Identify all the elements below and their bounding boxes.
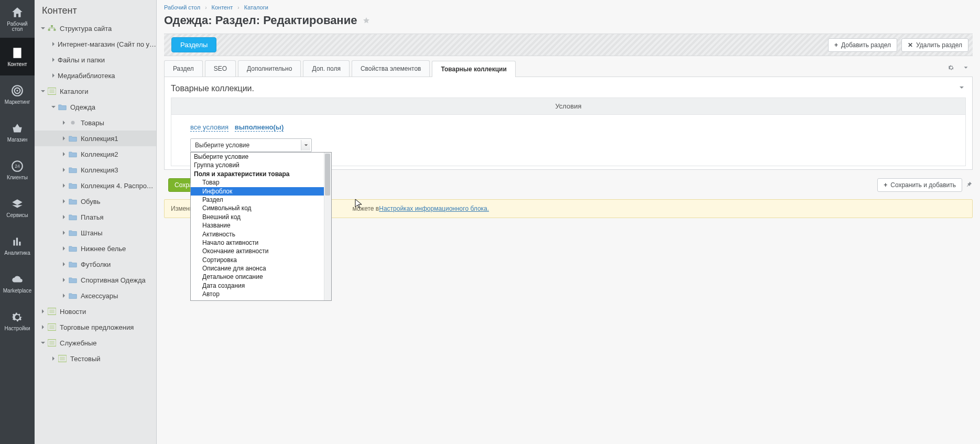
rail-desktop[interactable]: Рабочий стол xyxy=(0,0,35,38)
dropdown-option[interactable]: Начало активности xyxy=(191,239,331,247)
cond-all-link[interactable]: все условия xyxy=(190,123,228,132)
tab[interactable]: SEO xyxy=(205,60,236,77)
rail-settings[interactable]: Настройки xyxy=(0,302,35,340)
sections-pill[interactable]: Разделы xyxy=(171,37,216,52)
svg-point-2 xyxy=(16,90,18,91)
chevron-down-icon xyxy=(962,64,970,73)
tree-item[interactable]: Одежда xyxy=(35,99,156,115)
folder-icon xyxy=(68,244,78,253)
select-value: Выберите условие xyxy=(195,142,249,149)
rail-marketplace[interactable]: Marketplace xyxy=(0,264,35,302)
dropdown-option[interactable]: Поля и характеристики товара xyxy=(191,170,331,178)
rail-services[interactable]: Сервисы xyxy=(0,189,35,226)
pin-icon[interactable] xyxy=(965,181,973,190)
nav-tree: Структура сайтаИнтернет-магазин (Сайт по… xyxy=(35,20,156,366)
tree-label: Штаны xyxy=(81,229,156,237)
tree-item[interactable]: Нижнее белье xyxy=(35,241,156,256)
tree-item[interactable]: Обувь xyxy=(35,193,156,209)
tab[interactable]: Доп. поля xyxy=(303,60,350,77)
tab[interactable]: Свойства элементов xyxy=(352,60,430,77)
page-title: Одежда: Раздел: Редактирование xyxy=(164,14,357,27)
dropdown-option[interactable]: Инфоблок xyxy=(191,187,331,196)
tree-item[interactable]: Аксессуары xyxy=(35,288,156,304)
dropdown-option[interactable]: Товар xyxy=(191,178,331,187)
chevron-down-icon xyxy=(40,88,46,94)
chevron-right-icon xyxy=(50,57,57,63)
tree-item[interactable]: Новости xyxy=(35,304,156,319)
tree-item[interactable]: Структура сайта xyxy=(35,20,156,36)
tree-item[interactable]: Товары xyxy=(35,115,156,131)
tree-item[interactable]: Штаны xyxy=(35,225,156,241)
rail-content[interactable]: Контент xyxy=(0,38,35,75)
panel-title: Товарные коллекции. xyxy=(171,84,254,93)
dropdown-option[interactable]: Сортировка xyxy=(191,256,331,264)
chevron-down-icon xyxy=(50,104,57,110)
tree-item[interactable]: Платья xyxy=(35,209,156,225)
add-section-button[interactable]: +Добавить раздел xyxy=(828,38,897,52)
dropdown-option[interactable]: Внешний код xyxy=(191,213,331,221)
dropdown-option[interactable]: Активность xyxy=(191,230,331,239)
dropdown-option[interactable]: Выберите условие xyxy=(191,153,331,161)
tree-item[interactable]: Файлы и папки xyxy=(35,52,156,68)
save-and-add-button[interactable]: +Сохранить и добавить xyxy=(877,178,962,192)
tree-item[interactable]: Тестовый xyxy=(35,351,156,366)
tree-item[interactable]: Коллекция3 xyxy=(35,162,156,178)
rail-analytics[interactable]: Аналитика xyxy=(0,226,35,264)
chevron-right-icon xyxy=(50,355,57,362)
tree-item[interactable]: Каталоги xyxy=(35,83,156,99)
tree-item[interactable]: Коллекция1 xyxy=(35,131,156,146)
crumb[interactable]: Рабочий стол xyxy=(164,4,200,10)
tree-item[interactable]: Служебные xyxy=(35,335,156,351)
dropdown-option[interactable]: Детальное описание xyxy=(191,273,331,281)
breadcrumb: Рабочий стол › Контент › Каталоги xyxy=(157,0,980,12)
dropdown-option[interactable]: Окончание активности xyxy=(191,247,331,255)
rail-label: Сервисы xyxy=(5,213,29,219)
list-icon xyxy=(47,307,57,316)
dropdown-option[interactable]: Раздел xyxy=(191,196,331,204)
cond-done-link[interactable]: выполнено(ы) xyxy=(235,123,284,132)
tree-item[interactable]: Медиабиблиотека xyxy=(35,68,156,83)
condition-select[interactable]: Выберите условие Выберите условиеГруппа … xyxy=(190,138,312,152)
tab[interactable]: Дополнительно xyxy=(238,60,301,77)
tabs: РазделSEOДополнительноДоп. поляСвойства … xyxy=(164,60,973,77)
folder-icon xyxy=(68,260,78,268)
dropdown-option[interactable]: Название xyxy=(191,221,331,230)
list-icon xyxy=(58,354,67,363)
tabs-settings-button[interactable] xyxy=(943,60,959,77)
rail-clients[interactable]: 24 Клиенты xyxy=(0,151,35,189)
tree-item[interactable]: Интернет-магазин (Сайт по умолчан xyxy=(35,36,156,52)
dropdown-option[interactable]: Символьный код xyxy=(191,204,331,212)
crumb[interactable]: Каталоги xyxy=(244,4,268,10)
folder-icon xyxy=(68,134,78,143)
tree-label: Нижнее белье xyxy=(81,245,156,253)
dropdown-option[interactable]: Автор xyxy=(191,290,331,298)
dropdown-option[interactable]: Описание для анонса xyxy=(191,264,331,273)
note-link[interactable]: Настройках информационного блока. xyxy=(379,205,489,212)
dropdown-option[interactable]: Группа условий xyxy=(191,161,331,169)
home-icon xyxy=(10,6,24,19)
chart-icon xyxy=(10,235,24,248)
tree-item[interactable]: Коллекция 4. Распродажа xyxy=(35,178,156,193)
svg-rect-6 xyxy=(48,29,50,30)
rail-store[interactable]: Магазин xyxy=(0,113,35,151)
folder-icon xyxy=(58,103,67,111)
tree-item[interactable]: Спортивная Одежда xyxy=(35,272,156,288)
delete-section-button[interactable]: ✕Удалить раздел xyxy=(901,38,968,52)
note-text-2: можете в xyxy=(352,205,379,212)
tab[interactable]: Раздел xyxy=(164,60,203,77)
dropdown-scrollbar[interactable] xyxy=(324,153,331,300)
tab[interactable]: Товарные коллекции xyxy=(432,61,515,77)
dropdown-option[interactable]: Дата создания xyxy=(191,281,331,290)
tree-label: Файлы и папки xyxy=(58,56,156,64)
tree-item[interactable]: Футболки xyxy=(35,256,156,272)
tree-item[interactable]: Коллекция2 xyxy=(35,146,156,162)
dropdown-option[interactable]: Дата изменения xyxy=(191,299,331,300)
tree-item[interactable]: Торговые предложения xyxy=(35,319,156,335)
tabs-expand-button[interactable] xyxy=(959,60,973,77)
close-icon: ✕ xyxy=(908,41,913,49)
crumb[interactable]: Контент xyxy=(212,4,233,10)
panel-collapse[interactable] xyxy=(957,83,966,93)
sidebar: Контент Структура сайтаИнтернет-магазин … xyxy=(35,0,157,444)
star-icon[interactable] xyxy=(362,16,371,25)
rail-marketing[interactable]: Маркетинг xyxy=(0,75,35,113)
